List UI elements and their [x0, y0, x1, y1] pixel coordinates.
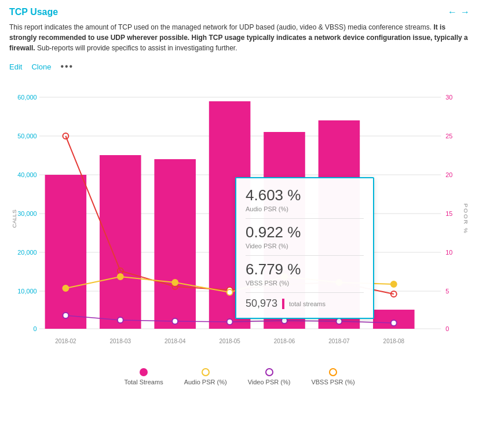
tooltip-val2: 0.922 % — [246, 223, 364, 241]
dot-video-apr — [172, 318, 178, 324]
legend-label-total: Total Streams — [124, 379, 163, 385]
svg-text:10: 10 — [445, 249, 452, 256]
dot-video-may — [227, 319, 233, 325]
bar-mar — [100, 155, 141, 329]
legend-row: Total Streams Audio PSR (%) Video PSR (%… — [9, 368, 470, 389]
edit-button[interactable]: Edit — [9, 63, 22, 71]
tooltip-streams-row: 50,973 total streams — [246, 298, 364, 310]
tooltip-label3: VBSS PSR (%) — [246, 280, 364, 287]
svg-text:2018-07: 2018-07 — [328, 338, 350, 344]
svg-text:30,000: 30,000 — [17, 210, 36, 217]
page-title: TCP Usage — [9, 7, 58, 17]
nav-prev-button[interactable]: ← — [448, 7, 457, 17]
svg-text:0: 0 — [34, 325, 37, 332]
tooltip-val3: 6.779 % — [246, 260, 364, 278]
bar-apr — [154, 159, 196, 329]
svg-text:2018-05: 2018-05 — [219, 338, 240, 344]
legend-label-video: Video PSR (%) — [248, 379, 291, 385]
report-description: This report indicates the amount of TCP … — [9, 22, 470, 53]
svg-text:5: 5 — [445, 288, 449, 295]
legend-audio-psr: Audio PSR (%) — [184, 368, 227, 385]
svg-text:2018-02: 2018-02 — [55, 338, 76, 344]
svg-text:20,000: 20,000 — [17, 249, 36, 256]
dot-video-mar — [118, 317, 123, 323]
header-row: TCP Usage ← → — [9, 7, 470, 17]
svg-text:20: 20 — [445, 171, 452, 178]
tooltip-streams-bar-icon — [282, 299, 284, 309]
clone-button[interactable]: Clone — [31, 63, 51, 71]
dot-audio-feb — [63, 285, 68, 291]
dot-video-aug — [391, 320, 397, 326]
main-container: TCP Usage ← → This report indicates the … — [0, 0, 479, 396]
svg-text:10,000: 10,000 — [17, 288, 36, 295]
dot-audio-aug — [391, 281, 397, 287]
tooltip-streams-val: 50,973 — [246, 298, 277, 310]
bar-feb — [45, 175, 87, 329]
legend-label-vbss: VBSS PSR (%) — [311, 379, 354, 385]
legend-vbss-psr: VBSS PSR (%) — [311, 368, 354, 385]
legend-dot-total — [140, 368, 148, 376]
legend-total-streams: Total Streams — [124, 368, 163, 385]
legend-label-audio: Audio PSR (%) — [184, 379, 227, 385]
tooltip-label2: Video PSR (%) — [246, 243, 364, 249]
toolbar: Edit Clone ••• — [9, 61, 470, 72]
svg-text:POOR %: POOR % — [463, 203, 469, 234]
svg-text:25: 25 — [445, 133, 452, 139]
svg-text:40,000: 40,000 — [17, 171, 36, 178]
svg-text:0: 0 — [445, 325, 449, 332]
tooltip-val1: 4.603 % — [246, 186, 364, 204]
tooltip-label1: Audio PSR (%) — [246, 205, 364, 212]
dot-audio-may — [227, 289, 233, 295]
svg-text:2018-08: 2018-08 — [383, 338, 405, 344]
legend-dot-video — [265, 368, 273, 376]
tooltip-streams-label: total streams — [289, 300, 326, 307]
legend-dot-vbss — [329, 368, 337, 376]
dot-video-jul — [336, 318, 342, 324]
nav-next-button[interactable]: → — [460, 7, 470, 17]
svg-text:15: 15 — [445, 210, 452, 217]
chart-area: 60,000 50,000 40,000 30,000 20,000 10,00… — [9, 80, 470, 363]
dot-video-feb — [63, 313, 68, 318]
svg-text:2018-03: 2018-03 — [110, 338, 131, 344]
tooltip-box: 4.603 % Audio PSR (%) 0.922 % Video PSR … — [235, 177, 374, 319]
svg-text:60,000: 60,000 — [17, 94, 36, 101]
legend-dot-audio — [202, 368, 210, 376]
svg-text:30: 30 — [445, 94, 452, 101]
svg-text:50,000: 50,000 — [17, 133, 36, 139]
legend-video-psr: Video PSR (%) — [248, 368, 291, 385]
more-button[interactable]: ••• — [60, 61, 74, 72]
svg-text:CALLS: CALLS — [11, 210, 17, 228]
dot-audio-apr — [172, 280, 178, 285]
svg-text:2018-04: 2018-04 — [164, 338, 186, 344]
svg-text:2018-06: 2018-06 — [274, 338, 295, 344]
dot-audio-mar — [118, 274, 123, 280]
nav-arrows: ← → — [448, 7, 470, 17]
